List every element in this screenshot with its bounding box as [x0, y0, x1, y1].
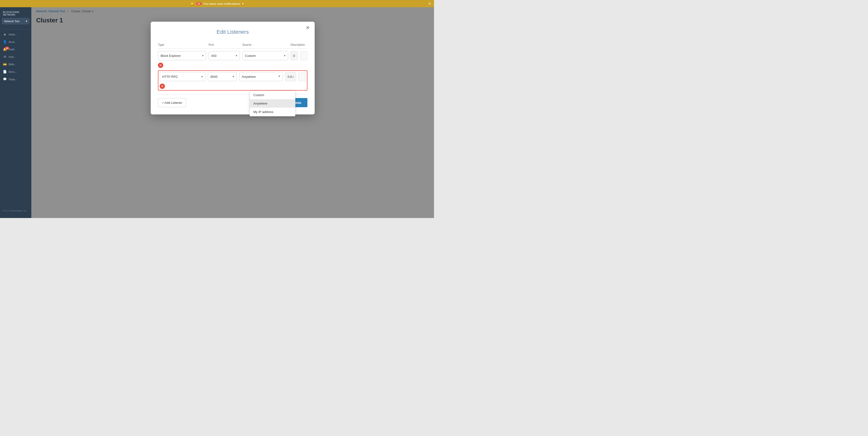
sidebar-item-access-label: Acce...: [9, 40, 17, 43]
source-select-row1-chevron-icon: ▾: [284, 54, 285, 57]
type-select-row2[interactable]: HTTP RPC ▾: [160, 72, 206, 81]
nodes-icon: ◈: [3, 33, 7, 36]
main-content: Network: Network Test > Cluster: Cluster…: [31, 7, 434, 218]
header-description: Description: [290, 43, 307, 46]
port-select-row2-value: 8545: [211, 75, 217, 78]
listener-row-2: HTTP RPC ▾ 8545 ▾ Anywhere ▴: [158, 70, 307, 91]
sidebar: Blockchain Network Network Test ▾ ◈ Node…: [0, 7, 31, 218]
ip-input-row2[interactable]: [285, 72, 296, 81]
access-icon: 👤: [3, 40, 7, 44]
dropdown-option-custom[interactable]: Custom: [250, 91, 295, 99]
sidebar-item-nodes[interactable]: ◈ Node...: [0, 31, 31, 38]
sidebar-brand: Blockchain Network: [0, 11, 31, 18]
support-icon: 💬: [3, 77, 7, 81]
docs-icon: 📄: [3, 70, 7, 73]
sidebar-item-nodes-label: Node...: [9, 33, 17, 36]
network-select-text: Network Test: [4, 20, 19, 23]
ip-input-row1[interactable]: [290, 51, 298, 60]
description-input-row1[interactable]: [300, 51, 307, 60]
modal-overlay: ✕ Edit Listeners Type Port Source Descri…: [31, 7, 434, 218]
port-select-row1[interactable]: 443 ▾: [209, 51, 240, 60]
modal-title: Edit Listeners: [158, 29, 307, 35]
remove-row2-button[interactable]: ✕: [160, 83, 165, 89]
dropdown-option-myip[interactable]: My IP address: [250, 108, 295, 116]
listeners-area: Block Explorer ▾ 443 ▾ Custom ▾: [158, 51, 307, 91]
sidebar-notifications-badge: 12: [5, 47, 9, 49]
header-source: Source: [242, 43, 288, 46]
sidebar-item-invites-label: Invit...: [9, 56, 16, 58]
sidebar-item-notifications-label: Notif...: [9, 48, 17, 51]
sidebar-item-docs-label: Docs...: [9, 70, 17, 73]
notification-badge: 12: [196, 2, 201, 5]
listener-row-1: Block Explorer ▾ 443 ▾ Custom ▾: [158, 51, 307, 68]
remove-row1-button[interactable]: ✕: [158, 63, 163, 68]
source-select-row1-value: Custom: [245, 54, 256, 58]
dropdown-option-anywhere[interactable]: Anywhere: [250, 99, 295, 108]
network-select-wrapper: Network Test ▾: [0, 18, 31, 28]
description-input-row2[interactable]: [299, 72, 306, 81]
source-select-row2-chevron-icon: ▴: [278, 75, 280, 78]
notification-bell-icon: 🔔: [190, 2, 194, 5]
type-select-row1-value: Block Explorer: [161, 54, 181, 58]
network-select[interactable]: Network Test ▾: [2, 18, 29, 24]
header-type: Type: [158, 43, 206, 46]
modal-close-button[interactable]: ✕: [306, 25, 310, 30]
listener-row-2-wrapper: HTTP RPC ▾ 8545 ▾ Anywhere ▴: [158, 70, 307, 91]
edit-listeners-modal: ✕ Edit Listeners Type Port Source Descri…: [151, 22, 315, 114]
type-select-row1[interactable]: Block Explorer ▾: [158, 51, 206, 60]
header-port: Port: [209, 43, 240, 46]
table-header: Type Port Source Description: [158, 41, 307, 49]
sidebar-item-docs[interactable]: 📄 Docs...: [0, 68, 31, 75]
notification-message: You have new notifications: [203, 2, 240, 5]
sidebar-item-billing-label: Billin...: [9, 63, 17, 66]
port-select-row2[interactable]: 8545 ▾: [208, 72, 237, 81]
main-layout: Blockchain Network Network Test ▾ ◈ Node…: [0, 7, 434, 218]
sidebar-item-invites[interactable]: ✉ Invit...: [0, 53, 31, 61]
notification-chevron-icon[interactable]: ▾: [242, 2, 244, 5]
sidebar-item-notifications[interactable]: 🔔 12 Notif...: [0, 45, 31, 53]
source-dropdown-menu: Custom Anywhere My IP address: [250, 91, 296, 116]
port-select-row1-chevron-icon: ▾: [236, 54, 237, 57]
type-select-row2-chevron-icon: ▾: [201, 75, 203, 78]
source-select-row2-value: Anywhere: [242, 75, 256, 78]
type-select-row2-value: HTTP RPC: [162, 75, 178, 78]
source-select-row1[interactable]: Custom ▾: [242, 51, 288, 60]
sidebar-footer: © G.U.Technologies, Inc.: [0, 207, 31, 214]
sidebar-item-billing[interactable]: 💳 Billin...: [0, 61, 31, 68]
notification-content: 🔔 12 You have new notifications ▾: [190, 2, 244, 5]
notification-bar: 🔔 12 You have new notifications ▾ ✕: [0, 0, 434, 7]
notification-close-button[interactable]: ✕: [428, 2, 431, 5]
port-select-row1-value: 443: [211, 54, 217, 58]
source-select-row2[interactable]: Anywhere ▴: [239, 72, 283, 81]
sidebar-item-support-label: Supp...: [9, 78, 17, 81]
sidebar-item-support[interactable]: 💬 Supp...: [0, 75, 31, 83]
sidebar-item-access[interactable]: 👤 Acce...: [0, 38, 31, 45]
port-select-row2-chevron-icon: ▾: [233, 75, 234, 78]
network-select-chevron-icon: ▾: [26, 20, 27, 23]
add-listener-button[interactable]: + Add Listener: [158, 98, 186, 107]
billing-icon: 💳: [3, 62, 7, 66]
type-select-row1-chevron-icon: ▾: [202, 54, 204, 57]
invites-icon: ✉: [3, 55, 7, 59]
